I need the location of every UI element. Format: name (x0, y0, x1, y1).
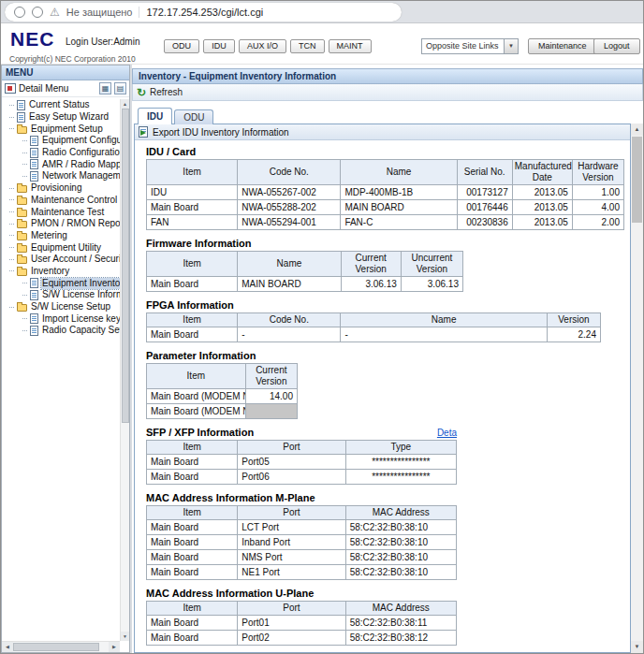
aux-io-button[interactable]: AUX I/O (239, 39, 286, 53)
tree-item-label: S/W License Setup (30, 301, 111, 312)
table-cell: 58:C2:32:B0:38:12 (345, 631, 456, 646)
detail-link[interactable]: Deta (437, 428, 457, 438)
tree-item[interactable]: Current Status (2, 99, 120, 111)
tree-item[interactable]: Network Management Configu (2, 170, 120, 182)
folder-icon (17, 126, 27, 134)
scrollbar-down-arrow[interactable]: ▼ (121, 632, 129, 641)
tree-item[interactable]: User Account / Security Setting (2, 254, 120, 266)
scrollbar-thumb[interactable] (122, 109, 129, 423)
tree-item[interactable]: Radio Capacity Setting (2, 325, 120, 337)
column-header: Serial No. (457, 160, 512, 185)
refresh-button[interactable]: Refresh (150, 87, 183, 97)
tree-item-label: Equipment Setup (30, 124, 104, 135)
table-cell: 58:C2:32:B0:38:10 (345, 535, 456, 550)
tab-odu[interactable]: ODU (174, 109, 213, 124)
table-cell: NWA-055294-001 (238, 215, 341, 230)
inventory-table: ItemPortMAC AddressMain BoardPort0158:C2… (146, 601, 457, 646)
tree-item[interactable]: Easy Setup Wizard (2, 111, 120, 124)
logout-button[interactable]: Logout (593, 38, 640, 54)
export-idu-inventory-button[interactable]: Export IDU Inventory Information (153, 127, 289, 138)
tree-item[interactable]: Import License key (2, 312, 120, 325)
opposite-site-links-dropdown[interactable]: Opposite Site Links ▼ (421, 38, 519, 54)
table-row: Main BoardPort0258:C2:32:B0:38:12 (147, 631, 457, 646)
tree-item[interactable]: PMON / RMON Report (2, 218, 120, 230)
tree-connector (9, 105, 14, 106)
column-header: MAC Address (345, 506, 456, 520)
folder-icon (17, 245, 27, 253)
table-cell: 58:C2:32:B0:38:10 (345, 520, 456, 535)
tree-item[interactable]: Maintenance Control (2, 195, 120, 207)
scrollbar-thumb[interactable] (13, 643, 99, 651)
url-text[interactable]: 172.17.254.253/cgi/lct.cgi (146, 7, 263, 18)
back-icon[interactable] (14, 7, 25, 18)
tree-item[interactable]: Equipment Setup (2, 123, 120, 135)
menu-tree: Current StatusEasy Setup WizardEquipment… (2, 99, 120, 641)
tab-idu[interactable]: IDU (138, 108, 172, 124)
maint-button[interactable]: MAINT (329, 39, 372, 53)
not-secure-warning-icon[interactable]: ⚠ (50, 7, 60, 18)
maintenance-button[interactable]: Maintenance (528, 38, 597, 54)
tree-item-label: Inventory (30, 266, 70, 277)
table-cell: Main Board (147, 277, 238, 292)
detail-menu-label[interactable]: Detail Menu (19, 83, 96, 94)
tree-item[interactable]: Maintenance Test (2, 206, 120, 218)
table-cell: FAN-C (341, 215, 457, 230)
scrollbar-left-arrow[interactable]: ◀ (2, 642, 13, 652)
tree-item[interactable]: Radio Configuration (2, 147, 120, 159)
chevron-down-icon[interactable]: ▼ (504, 39, 518, 53)
folder-icon (17, 269, 27, 276)
table-cell: Port05 (238, 455, 345, 470)
tree-item-label: PMON / RMON Report (30, 218, 120, 229)
tree-item[interactable]: AMR / Radio Mapping Configur (2, 158, 120, 170)
tcn-button[interactable]: TCN (290, 39, 325, 53)
security-label[interactable]: Не защищено (66, 7, 133, 18)
tree-item-label: Network Management Configu (41, 170, 120, 182)
tree-connector (22, 330, 27, 331)
list-icon[interactable]: ▤ (114, 82, 126, 94)
scrollbar-up-arrow[interactable]: ▲ (121, 99, 129, 109)
scrollbar-up-arrow[interactable]: ▲ (631, 124, 643, 136)
browser-bar: ⚠ Не защищено 172.17.254.253/cgi/lct.cgi (1, 1, 643, 23)
sidebar-horizontal-scrollbar[interactable]: ◀ ▶ (2, 641, 120, 652)
tree-connector (9, 211, 14, 212)
tree-item[interactable]: Inventory (2, 266, 120, 278)
tree-item[interactable]: S/W License Setup (2, 301, 120, 313)
column-header: Item (147, 441, 238, 455)
scrollbar-right-arrow[interactable]: ▶ (109, 642, 120, 652)
tree-item[interactable]: Equipment Configuration (2, 135, 120, 147)
section-title: IDU / Card (146, 147, 196, 157)
odu-button[interactable]: ODU (164, 39, 199, 53)
page-icon (30, 290, 38, 300)
tree-item[interactable]: Metering (2, 230, 120, 242)
scrollbar-down-arrow[interactable]: ▼ (631, 641, 643, 653)
idu-button[interactable]: IDU (203, 39, 235, 53)
main-vertical-scrollbar[interactable]: ▲ ▼ (631, 124, 643, 653)
main-panel: Inventory - Equipment Inventory Informat… (132, 65, 643, 653)
table-row: Main BoardNE1 Port58:C2:32:B0:38:10 (147, 565, 457, 580)
table-cell: Main Board (147, 631, 238, 646)
column-header: Version (547, 313, 600, 327)
detail-menu-row[interactable]: Detail Menu ▦ ▤ (2, 80, 129, 97)
table-cell: 58:C2:32:B0:38:11 (345, 616, 456, 631)
reload-icon[interactable] (32, 7, 43, 18)
tree-item[interactable]: Provisioning (2, 182, 120, 195)
column-header: Name (238, 252, 341, 277)
table-cell: LCT Port (238, 520, 345, 535)
scrollbar-track[interactable] (99, 642, 109, 652)
address-bar[interactable]: ⚠ Не защищено 172.17.254.253/cgi/lct.cgi (5, 3, 402, 22)
tree-item[interactable]: Equipment Inventory Informat (2, 277, 120, 289)
table-cell: 14.00 (245, 389, 297, 404)
table-cell: 2.00 (572, 215, 623, 230)
table-cell: Main Board (147, 565, 238, 580)
tree-connector (9, 224, 14, 225)
table-row: Main Board (MODEM No... (147, 404, 298, 419)
tree-item-label: S/W License Information (41, 289, 120, 300)
tree-item[interactable]: S/W License Information (2, 289, 120, 301)
table-cell: 2.24 (547, 327, 600, 342)
sidebar-vertical-scrollbar[interactable]: ▲ ▼ (120, 99, 129, 641)
tree-item[interactable]: Equipment Utility (2, 241, 120, 254)
scrollbar-thumb[interactable] (632, 137, 642, 223)
tree-connector (9, 188, 14, 189)
grid-icon[interactable]: ▦ (99, 82, 111, 94)
column-header: Item (147, 160, 238, 185)
